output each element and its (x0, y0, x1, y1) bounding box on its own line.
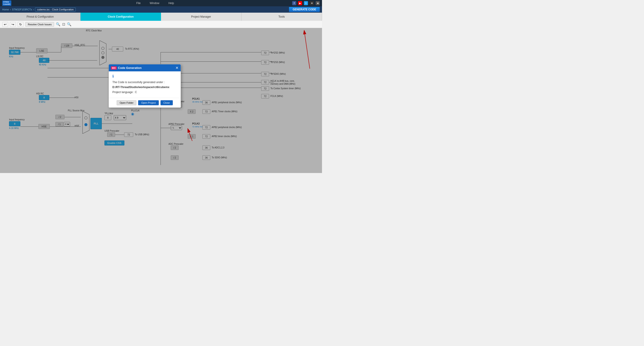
close-button[interactable]: Close (160, 100, 173, 105)
redo-button[interactable]: ↪ (10, 22, 16, 27)
file-menu[interactable]: File (136, 1, 141, 5)
dialog-text-line3: Project language : C (112, 90, 177, 94)
star-icon[interactable]: ★ (316, 1, 320, 5)
dialog-title: Code Generation (118, 66, 142, 70)
zoom-fit-button[interactable]: ⊡ (62, 22, 65, 26)
clock-canvas: RTC Clock Mux Input frequency 32.768 KHz… (0, 28, 322, 173)
breadcrumb-home[interactable]: Home (2, 8, 9, 11)
twitter-icon[interactable]: t (304, 1, 308, 5)
breadcrumb-bar: Home › STM32F103RCTx › cubemx.ioc - Cloc… (0, 6, 322, 13)
tab-pinout[interactable]: Pinout & Configuration (0, 13, 80, 21)
breadcrumb-device[interactable]: STM32F103RCTx (12, 8, 32, 11)
tab-tools[interactable]: Tools (242, 13, 322, 21)
undo-button[interactable]: ↩ (2, 22, 8, 27)
dialog-title-bar: MX Code Generation ✕ (109, 64, 181, 71)
dialog-text-line1: The Code is successfully generated under… (112, 80, 177, 84)
window-menu[interactable]: Window (150, 1, 160, 5)
nav-links: File Window Help (18, 1, 292, 5)
toolbar: ↩ ↪ ↻ Resolve Clock Issues 🔍 ⊡ 🔍 (0, 21, 322, 28)
breadcrumb-current: cubemx.ioc - Clock Configuration (35, 7, 76, 11)
tab-bar: Pinout & Configuration Clock Configurati… (0, 13, 322, 21)
zoom-in-button[interactable]: 🔍 (56, 22, 60, 26)
dialog-footer: Open Folder Open Project Close (109, 98, 181, 108)
zoom-out-button[interactable]: 🔍 (67, 22, 72, 26)
code-generation-dialog: MX Code Generation ✕ ℹ The Code is succe… (108, 64, 181, 108)
help-menu[interactable]: Help (168, 1, 174, 5)
refresh-button[interactable]: ↻ (18, 22, 24, 27)
logo-area: STM32 CubeMX (2, 0, 11, 6)
open-project-button[interactable]: Open Project (138, 100, 158, 105)
dialog-close-button[interactable]: ✕ (176, 66, 178, 70)
main-area: RTC Clock Mux Input frequency 32.768 KHz… (0, 28, 322, 173)
tab-clock[interactable]: Clock Configuration (80, 13, 161, 21)
resolve-clock-issues-button[interactable]: Resolve Clock Issues (25, 22, 54, 27)
open-folder-button[interactable]: Open Folder (117, 100, 136, 105)
generate-code-button[interactable]: GENERATE CODE (289, 7, 320, 12)
top-nav-bar: STM32 CubeMX File Window Help f ▶ t ✕ ★ (0, 0, 322, 6)
youtube-icon[interactable]: ▶ (298, 1, 302, 5)
dialog-body: ℹ The Code is successfully generated und… (109, 71, 181, 98)
facebook-icon[interactable]: f (292, 1, 296, 5)
dialog-info-icon: ℹ (112, 74, 177, 78)
tab-project[interactable]: Project Manager (161, 13, 242, 21)
dialog-text-line2: D:/RT-ThreadStudio/workspace/rct6/cubemx (112, 85, 177, 89)
github-icon[interactable]: ✕ (310, 1, 314, 5)
app-logo: STM32 CubeMX (2, 0, 11, 6)
dialog-mx-badge: MX (111, 66, 117, 70)
social-icons: f ▶ t ✕ ★ (292, 1, 320, 5)
